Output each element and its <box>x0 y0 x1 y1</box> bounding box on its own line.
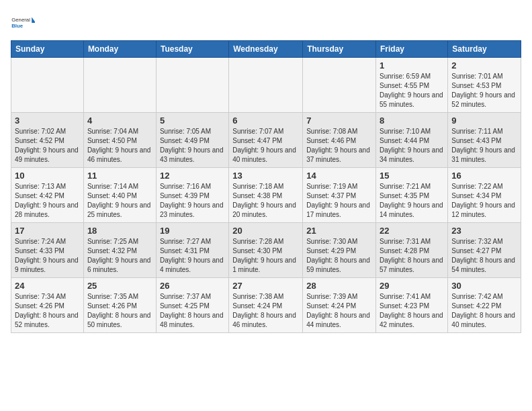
week-row-1: 3Sunrise: 7:02 AM Sunset: 4:52 PM Daylig… <box>11 113 521 168</box>
day-info: Sunrise: 7:21 AM Sunset: 4:35 PM Dayligh… <box>380 182 444 220</box>
day-number: 6 <box>232 116 299 126</box>
logo: General Blue <box>11 11 35 35</box>
week-row-0: 1Sunrise: 6:59 AM Sunset: 4:55 PM Daylig… <box>11 58 521 113</box>
calendar-cell <box>83 58 156 113</box>
calendar-cell: 3Sunrise: 7:02 AM Sunset: 4:52 PM Daylig… <box>11 113 84 168</box>
calendar-cell: 10Sunrise: 7:13 AM Sunset: 4:42 PM Dayli… <box>11 168 84 223</box>
calendar-cell: 25Sunrise: 7:35 AM Sunset: 4:26 PM Dayli… <box>83 278 156 333</box>
calendar-cell: 19Sunrise: 7:27 AM Sunset: 4:31 PM Dayli… <box>156 223 228 278</box>
day-number: 1 <box>380 60 444 71</box>
day-header-sunday: Sunday <box>11 41 84 58</box>
day-info: Sunrise: 7:37 AM Sunset: 4:25 PM Dayligh… <box>160 292 225 330</box>
day-info: Sunrise: 7:07 AM Sunset: 4:47 PM Dayligh… <box>232 127 299 165</box>
calendar-cell: 9Sunrise: 7:11 AM Sunset: 4:43 PM Daylig… <box>448 113 521 168</box>
day-number: 12 <box>160 171 225 181</box>
calendar-cell: 11Sunrise: 7:14 AM Sunset: 4:40 PM Dayli… <box>83 168 156 223</box>
day-number: 19 <box>160 226 225 236</box>
week-row-4: 24Sunrise: 7:34 AM Sunset: 4:26 PM Dayli… <box>11 278 521 333</box>
calendar-cell: 17Sunrise: 7:24 AM Sunset: 4:33 PM Dayli… <box>11 223 84 278</box>
day-number: 23 <box>451 226 517 236</box>
day-info: Sunrise: 7:04 AM Sunset: 4:50 PM Dayligh… <box>87 127 152 165</box>
day-info: Sunrise: 7:18 AM Sunset: 4:38 PM Dayligh… <box>232 182 299 220</box>
day-number: 29 <box>380 281 444 291</box>
calendar-cell <box>156 58 228 113</box>
calendar-cell: 16Sunrise: 7:22 AM Sunset: 4:34 PM Dayli… <box>448 168 521 223</box>
svg-text:Blue: Blue <box>11 23 24 29</box>
day-header-saturday: Saturday <box>448 41 521 58</box>
day-number: 10 <box>15 171 80 181</box>
day-number: 16 <box>451 171 517 181</box>
day-number: 14 <box>306 171 372 181</box>
calendar-cell: 22Sunrise: 7:31 AM Sunset: 4:28 PM Dayli… <box>376 223 448 278</box>
day-header-monday: Monday <box>83 41 156 58</box>
calendar-cell <box>229 58 303 113</box>
day-number: 13 <box>232 171 299 181</box>
day-info: Sunrise: 7:38 AM Sunset: 4:24 PM Dayligh… <box>232 292 299 330</box>
day-info: Sunrise: 7:25 AM Sunset: 4:32 PM Dayligh… <box>87 237 152 275</box>
day-number: 28 <box>306 281 372 291</box>
calendar-cell <box>303 58 376 113</box>
calendar-cell: 27Sunrise: 7:38 AM Sunset: 4:24 PM Dayli… <box>229 278 303 333</box>
day-info: Sunrise: 7:39 AM Sunset: 4:24 PM Dayligh… <box>306 292 372 330</box>
day-info: Sunrise: 7:34 AM Sunset: 4:26 PM Dayligh… <box>15 292 80 330</box>
day-info: Sunrise: 7:16 AM Sunset: 4:39 PM Dayligh… <box>160 182 225 220</box>
day-number: 22 <box>380 226 444 236</box>
day-info: Sunrise: 7:31 AM Sunset: 4:28 PM Dayligh… <box>380 237 444 275</box>
svg-marker-2 <box>32 17 35 23</box>
day-info: Sunrise: 7:13 AM Sunset: 4:42 PM Dayligh… <box>15 182 80 220</box>
day-info: Sunrise: 7:01 AM Sunset: 4:53 PM Dayligh… <box>451 72 517 109</box>
day-info: Sunrise: 7:24 AM Sunset: 4:33 PM Dayligh… <box>15 237 80 275</box>
calendar-cell: 30Sunrise: 7:42 AM Sunset: 4:22 PM Dayli… <box>448 278 521 333</box>
day-info: Sunrise: 7:28 AM Sunset: 4:30 PM Dayligh… <box>232 237 299 275</box>
calendar-cell: 4Sunrise: 7:04 AM Sunset: 4:50 PM Daylig… <box>83 113 156 168</box>
calendar-table: SundayMondayTuesdayWednesdayThursdayFrid… <box>11 40 521 333</box>
calendar-cell: 1Sunrise: 6:59 AM Sunset: 4:55 PM Daylig… <box>376 58 448 113</box>
day-number: 30 <box>451 281 517 291</box>
svg-text:General: General <box>11 17 30 23</box>
week-row-2: 10Sunrise: 7:13 AM Sunset: 4:42 PM Dayli… <box>11 168 521 223</box>
day-number: 18 <box>87 226 152 236</box>
day-info: Sunrise: 7:10 AM Sunset: 4:44 PM Dayligh… <box>380 127 444 165</box>
day-info: Sunrise: 7:22 AM Sunset: 4:34 PM Dayligh… <box>451 182 517 220</box>
page-header: General Blue <box>11 11 521 35</box>
calendar-cell: 29Sunrise: 7:41 AM Sunset: 4:23 PM Dayli… <box>376 278 448 333</box>
day-number: 2 <box>451 60 517 71</box>
day-number: 5 <box>160 116 225 126</box>
day-number: 17 <box>15 226 80 236</box>
day-number: 26 <box>160 281 225 291</box>
day-info: Sunrise: 7:19 AM Sunset: 4:37 PM Dayligh… <box>306 182 372 220</box>
calendar-cell: 20Sunrise: 7:28 AM Sunset: 4:30 PM Dayli… <box>229 223 303 278</box>
day-number: 3 <box>15 116 80 126</box>
calendar-cell: 23Sunrise: 7:32 AM Sunset: 4:27 PM Dayli… <box>448 223 521 278</box>
day-number: 4 <box>87 116 152 126</box>
day-info: Sunrise: 7:41 AM Sunset: 4:23 PM Dayligh… <box>380 292 444 330</box>
day-number: 8 <box>380 116 444 126</box>
calendar-cell: 5Sunrise: 7:05 AM Sunset: 4:49 PM Daylig… <box>156 113 228 168</box>
calendar-cell: 7Sunrise: 7:08 AM Sunset: 4:46 PM Daylig… <box>303 113 376 168</box>
day-header-tuesday: Tuesday <box>156 41 228 58</box>
day-number: 9 <box>451 116 517 126</box>
day-info: Sunrise: 7:05 AM Sunset: 4:49 PM Dayligh… <box>160 127 225 165</box>
day-info: Sunrise: 7:02 AM Sunset: 4:52 PM Dayligh… <box>15 127 80 165</box>
day-info: Sunrise: 7:35 AM Sunset: 4:26 PM Dayligh… <box>87 292 152 330</box>
day-number: 7 <box>306 116 372 126</box>
calendar-cell: 8Sunrise: 7:10 AM Sunset: 4:44 PM Daylig… <box>376 113 448 168</box>
day-info: Sunrise: 7:14 AM Sunset: 4:40 PM Dayligh… <box>87 182 152 220</box>
day-info: Sunrise: 7:30 AM Sunset: 4:29 PM Dayligh… <box>306 237 372 275</box>
calendar-cell: 18Sunrise: 7:25 AM Sunset: 4:32 PM Dayli… <box>83 223 156 278</box>
calendar-cell: 14Sunrise: 7:19 AM Sunset: 4:37 PM Dayli… <box>303 168 376 223</box>
day-number: 21 <box>306 226 372 236</box>
calendar-cell: 24Sunrise: 7:34 AM Sunset: 4:26 PM Dayli… <box>11 278 84 333</box>
day-info: Sunrise: 7:32 AM Sunset: 4:27 PM Dayligh… <box>451 237 517 275</box>
day-info: Sunrise: 7:42 AM Sunset: 4:22 PM Dayligh… <box>451 292 517 330</box>
calendar-cell <box>11 58 84 113</box>
calendar-cell: 6Sunrise: 7:07 AM Sunset: 4:47 PM Daylig… <box>229 113 303 168</box>
day-header-friday: Friday <box>376 41 448 58</box>
day-number: 24 <box>15 281 80 291</box>
day-info: Sunrise: 7:08 AM Sunset: 4:46 PM Dayligh… <box>306 127 372 165</box>
calendar-cell: 13Sunrise: 7:18 AM Sunset: 4:38 PM Dayli… <box>229 168 303 223</box>
day-number: 25 <box>87 281 152 291</box>
calendar-cell: 15Sunrise: 7:21 AM Sunset: 4:35 PM Dayli… <box>376 168 448 223</box>
week-row-3: 17Sunrise: 7:24 AM Sunset: 4:33 PM Dayli… <box>11 223 521 278</box>
calendar-cell: 26Sunrise: 7:37 AM Sunset: 4:25 PM Dayli… <box>156 278 228 333</box>
